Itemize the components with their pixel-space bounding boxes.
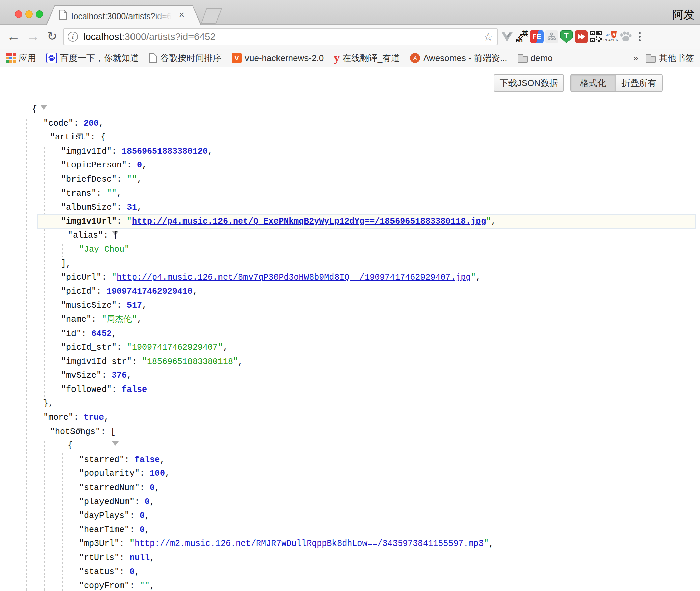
translate-extension-icon[interactable]: ⇄ 英 en — [515, 30, 529, 43]
view-mode-toggle: 格式化 折叠所有 — [570, 74, 663, 92]
qr-code-extension-icon[interactable] — [589, 30, 603, 43]
json-token: "" — [140, 581, 150, 591]
json-token: true — [84, 413, 104, 423]
bookmark-label: demo — [531, 53, 553, 63]
back-icon[interactable]: ← — [5, 25, 22, 49]
vue-devtools-icon[interactable] — [500, 30, 514, 43]
json-token: , — [99, 119, 104, 128]
json-token: "Jay Chou" — [79, 245, 129, 254]
json-row: "code": 200, — [0, 117, 700, 131]
json-token: 18569651883380120 — [122, 147, 208, 156]
bookmark-star-icon[interactable]: ☆ — [483, 31, 493, 42]
json-row: "picUrl": "http://p4.music.126.net/8mv7q… — [0, 271, 700, 285]
reload-icon[interactable]: ↻ — [43, 25, 61, 49]
json-token: : — [132, 357, 142, 367]
browser-menu-icon[interactable] — [634, 30, 645, 43]
json-row: "alias": [ — [0, 228, 700, 243]
zoom-window-icon[interactable] — [36, 10, 43, 18]
tab-strip: localhost:3000/artists?id=645 × 阿发 — [0, 0, 700, 25]
json-token: "copyFrom" — [79, 581, 129, 591]
tampermonkey-icon[interactable]: T — [560, 30, 573, 43]
json-token: : — [119, 567, 129, 577]
json-token: : — [101, 371, 112, 380]
json-token: "topicPerson" — [61, 160, 127, 170]
bookmarks-list: 应用百度一下，你就知道谷歌按时间排序Vvue-hackernews-2.0y在线… — [6, 52, 553, 64]
json-token: 376 — [112, 371, 127, 380]
json-token: "19097417462929407" — [127, 343, 223, 352]
sitemap-extension-icon[interactable] — [545, 30, 558, 43]
json-row: "albumSize": 31, — [0, 200, 700, 215]
json-url-link[interactable]: http://p4.music.126.net/Q_ExePNkmqB2yWyL… — [132, 217, 486, 226]
json-row: "rtUrls": null, — [0, 551, 700, 565]
json-viewer-actions: 下载JSON数据 格式化 折叠所有 — [494, 74, 663, 92]
forward-icon[interactable]: → — [24, 25, 42, 49]
youdao-icon: y — [334, 53, 340, 63]
fe-extension-icon[interactable]: FE — [530, 30, 544, 43]
minimize-window-icon[interactable] — [25, 10, 33, 18]
json-token: "briefDesc" — [61, 175, 117, 184]
json-token: "status" — [79, 567, 119, 577]
json-row: "starredNum": 0, — [0, 481, 700, 495]
collapse-all-button[interactable]: 折叠所有 — [615, 75, 662, 91]
other-bookmarks-folder[interactable]: 其他书签 — [646, 52, 694, 64]
json-token: false — [135, 455, 160, 465]
bookmark-item[interactable]: y在线翻译_有道 — [334, 52, 400, 64]
bookmark-label: 应用 — [19, 52, 36, 64]
tab-title: localhost:3000/artists?id=645 — [71, 10, 171, 22]
folder-icon — [518, 56, 528, 63]
bookmarks-overflow-icon[interactable]: » — [633, 53, 638, 63]
url-path: :3000/artists?id=6452 — [122, 31, 215, 42]
json-url-link[interactable]: http://p4.music.126.net/8mv7qP30Pd3oHW8b… — [117, 273, 471, 282]
json-token: 0 — [140, 511, 145, 521]
json-token: , — [117, 189, 122, 198]
bird-icon — [605, 33, 610, 37]
bookmark-label: Awesomes - 前端资... — [423, 52, 507, 64]
paw-extension-icon[interactable] — [619, 30, 633, 43]
json-token: "starredNum" — [79, 483, 140, 493]
json-token: , — [137, 315, 142, 324]
json-token: 19097417462929410 — [107, 287, 193, 297]
download-json-button[interactable]: 下载JSON数据 — [494, 74, 564, 92]
json-token: "id" — [61, 329, 81, 339]
bookmark-item[interactable]: 百度一下，你就知道 — [46, 52, 139, 64]
json-url-link[interactable]: http://m2.music.126.net/RMJR7wDullRqppBk… — [135, 539, 484, 549]
profile-name[interactable]: 阿发 — [672, 7, 695, 23]
tab-close-icon[interactable]: × — [176, 9, 187, 21]
bookmark-item[interactable]: AAwesomes - 前端资... — [410, 52, 507, 64]
json-token: : { — [90, 132, 106, 142]
collapse-triangle-icon[interactable] — [40, 105, 47, 119]
bookmark-item[interactable]: 谷歌按时间排序 — [149, 52, 222, 64]
json-row: "mp3Url": "http://m2.music.126.net/RMJR7… — [0, 537, 700, 551]
json-token: 6452 — [91, 329, 112, 339]
json-row: "more": true, — [0, 411, 700, 425]
json-token: : — [74, 119, 84, 128]
json-token: "img1v1Id_str" — [61, 357, 132, 367]
vue-bookmark-icon: V — [232, 53, 242, 63]
json-token: "dayPlays" — [79, 511, 129, 521]
json-token: 200 — [84, 119, 99, 128]
json-token: : — [81, 329, 91, 339]
bookmark-item[interactable]: Vvue-hackernews-2.0 — [232, 53, 324, 63]
close-window-icon[interactable] — [15, 10, 22, 18]
html5-player-extension-icon[interactable]: 5 PLAYER — [604, 30, 618, 43]
json-row: "id": 6452, — [0, 327, 700, 341]
format-button[interactable]: 格式化 — [571, 75, 615, 91]
json-token: , — [150, 497, 155, 507]
json-token: 100 — [150, 469, 165, 478]
vue-logo — [501, 32, 513, 42]
json-token: , — [150, 553, 155, 563]
url-text[interactable]: localhost:3000/artists?id=6452 — [83, 31, 483, 42]
bookmark-item[interactable]: demo — [518, 53, 553, 63]
bookmarks-bar: 应用百度一下，你就知道谷歌按时间排序Vvue-hackernews-2.0y在线… — [0, 49, 700, 67]
new-tab-button[interactable] — [201, 8, 222, 24]
json-token: 31 — [127, 203, 137, 212]
address-bar[interactable]: i localhost:3000/artists?id=6452 ☆ — [63, 28, 498, 45]
collapse-triangle-icon[interactable] — [112, 441, 119, 456]
json-token: , — [142, 301, 147, 310]
json-token: " — [471, 273, 476, 282]
fast-forward-extension-icon[interactable] — [575, 30, 588, 43]
page-info-icon[interactable]: i — [68, 32, 78, 42]
json-row: ], — [0, 257, 700, 271]
json-token: "code" — [43, 119, 74, 128]
bookmark-item[interactable]: 应用 — [6, 52, 36, 64]
